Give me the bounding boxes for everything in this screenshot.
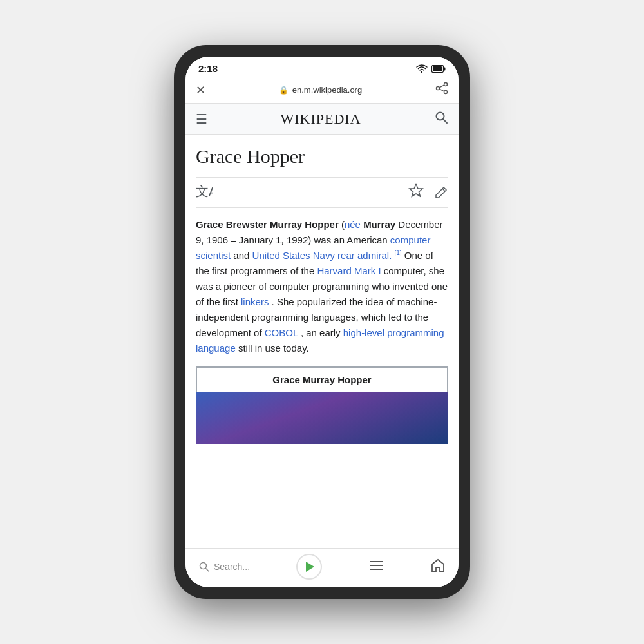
svg-line-6 [439,85,444,88]
url-text: en.m.wikipedia.org [292,85,362,95]
article-actions-bar: 文A [196,177,448,208]
svg-rect-2 [444,67,446,70]
svg-line-12 [442,189,445,191]
lock-icon: 🔒 [279,86,289,95]
article-content-area[interactable]: Grace Hopper 文A [185,135,459,548]
edit-icon[interactable] [434,184,448,202]
bottom-search-icon [198,561,210,573]
harvard-mark-link[interactable]: Harvard Mark I [317,265,381,276]
menu-icon[interactable]: ☰ [196,111,207,127]
bottom-search-label: Search... [214,562,250,572]
share-button[interactable] [435,82,448,98]
infobox-image-placeholder [196,392,448,444]
bottom-search[interactable]: Search... [198,561,250,573]
svg-marker-11 [410,184,422,196]
phone-screen: 2:18 ✕ 🔒 [185,57,459,587]
status-bar: 2:18 [185,57,459,78]
browser-bar: ✕ 🔒 en.m.wikipedia.org [185,78,459,104]
svg-point-3 [444,83,448,86]
article-title: Grace Hopper [196,145,448,168]
article-bold-name: Grace Brewster Murray Hopper [196,219,339,230]
svg-line-9 [443,119,447,123]
infobox-title: Grace Murray Hopper [196,367,448,392]
svg-rect-1 [433,66,442,71]
wifi-icon [416,64,428,73]
article-paragraph: Grace Brewster Murray Hopper (née Murray… [196,217,448,356]
wikipedia-logo[interactable]: WIKIPEDIA [280,111,361,128]
svg-point-4 [437,87,440,90]
browser-close-button[interactable]: ✕ [196,83,205,97]
bottom-navigation: Search... [185,548,459,587]
bookmark-star-icon[interactable] [408,183,424,202]
browser-url-bar[interactable]: 🔒 en.m.wikipedia.org [213,85,428,95]
phone-device: 2:18 ✕ 🔒 [174,45,470,599]
play-triangle-icon [306,562,314,572]
infobox: Grace Murray Hopper [196,366,448,444]
home-icon[interactable] [430,558,446,576]
list-icon[interactable] [368,559,384,575]
citation-1[interactable]: [1] [395,249,402,256]
linkers-link[interactable]: linkers [241,296,269,307]
navy-admiral-link[interactable]: United States Navy rear admiral. [252,250,392,261]
battery-icon [431,65,446,73]
article-bold-murray: Murray [363,219,395,230]
wikipedia-header: ☰ WIKIPEDIA [185,104,459,135]
status-icons [416,64,446,73]
translate-icon[interactable]: 文A [196,184,213,202]
cobol-link[interactable]: COBOL [265,327,298,338]
play-button[interactable] [296,554,322,580]
svg-line-7 [439,89,444,91]
status-time: 2:18 [198,63,218,74]
search-icon[interactable] [434,110,448,128]
svg-line-14 [206,569,209,572]
svg-text:文A: 文A [196,184,213,198]
infobox-image [196,392,448,444]
svg-point-5 [444,91,448,94]
nee-link[interactable]: née [345,219,361,230]
